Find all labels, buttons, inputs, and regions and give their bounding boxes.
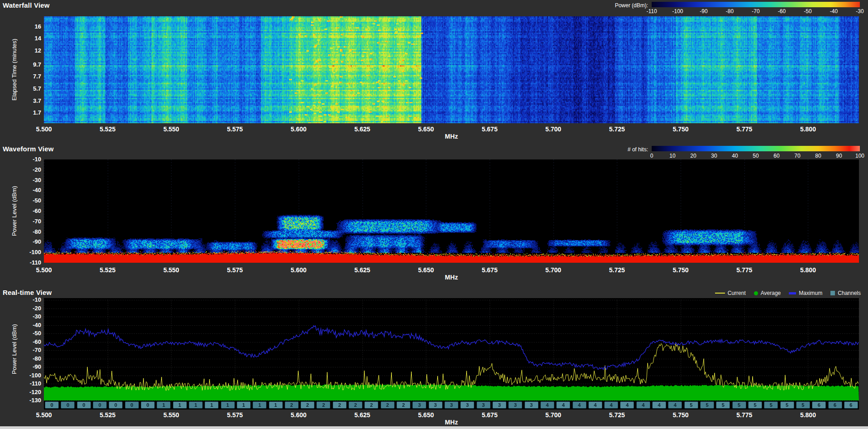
channel-box[interactable]: 1 bbox=[173, 401, 187, 409]
x-tick-label: 5.500 bbox=[30, 125, 57, 133]
channel-box[interactable]: 6 bbox=[812, 401, 826, 409]
y-tick-label: -50 bbox=[20, 197, 41, 204]
power-colorbar-label: Power (dBm): bbox=[580, 2, 648, 9]
channel-box[interactable]: 4 bbox=[572, 401, 587, 409]
colorbar-tick-label: -70 bbox=[746, 8, 766, 14]
channel-box[interactable]: 5 bbox=[796, 401, 810, 409]
channel-box[interactable]: 3 bbox=[477, 401, 491, 409]
y-tick-label: -40 bbox=[20, 187, 41, 193]
x-tick-label: 5.650 bbox=[412, 411, 439, 419]
channel-box[interactable]: 2 bbox=[396, 401, 410, 409]
colorbar-tick-label: -110 bbox=[642, 8, 662, 14]
colorbar-tick-label: 60 bbox=[767, 153, 787, 159]
channel-box[interactable]: 2 bbox=[333, 401, 347, 409]
channel-box[interactable]: 5 bbox=[780, 401, 794, 409]
y-tick-label: -60 bbox=[20, 338, 41, 345]
channel-box[interactable]: 5 bbox=[684, 401, 698, 409]
channel-box[interactable]: 6 bbox=[844, 401, 858, 409]
colorbar-tick-label: -40 bbox=[824, 8, 844, 14]
channel-box[interactable]: 1 bbox=[157, 401, 171, 409]
x-tick-label: 5.625 bbox=[349, 266, 376, 274]
legend-item-average: Average bbox=[754, 290, 781, 296]
channel-box[interactable]: 4 bbox=[588, 401, 602, 409]
channel-box[interactable]: 1 bbox=[205, 401, 219, 409]
y-tick-label: -110 bbox=[20, 259, 41, 266]
channel-box[interactable]: 6 bbox=[828, 401, 842, 409]
power-colorbar-gradient bbox=[652, 2, 860, 7]
x-tick-label: 5.525 bbox=[94, 125, 121, 133]
channel-box[interactable]: 4 bbox=[620, 401, 634, 409]
channel-box[interactable]: 1 bbox=[269, 401, 283, 409]
channel-box[interactable]: 0 bbox=[109, 401, 123, 409]
waveform-ylabel: Power Level (dBm) bbox=[10, 159, 18, 263]
window-bottom-edge bbox=[0, 426, 868, 429]
channel-box[interactable]: 3 bbox=[492, 401, 506, 409]
channel-box[interactable]: 3 bbox=[429, 401, 443, 409]
channel-box[interactable]: 3 bbox=[444, 401, 458, 409]
colorbar-tick-label: 100 bbox=[850, 153, 868, 159]
legend-item-maximum: Maximum bbox=[789, 290, 822, 296]
waveform-plot[interactable] bbox=[44, 159, 859, 263]
colorbar-tick-label: 40 bbox=[725, 153, 745, 159]
legend-label: Current bbox=[728, 290, 746, 296]
y-tick-label: -50 bbox=[20, 330, 41, 337]
channel-box[interactable]: 4 bbox=[556, 401, 570, 409]
channel-box[interactable]: 2 bbox=[285, 401, 299, 409]
channel-box[interactable]: 1 bbox=[253, 401, 267, 409]
channel-box[interactable]: 3 bbox=[460, 401, 474, 409]
legend-label: Maximum bbox=[799, 290, 822, 296]
channel-box[interactable]: 1 bbox=[189, 401, 203, 409]
channel-box[interactable]: 4 bbox=[652, 401, 666, 409]
x-tick-label: 5.525 bbox=[94, 411, 121, 419]
channel-box[interactable]: 2 bbox=[381, 401, 395, 409]
y-tick-label: -30 bbox=[20, 313, 41, 320]
colorbar-tick-label: 70 bbox=[787, 153, 807, 159]
channel-box[interactable]: 0 bbox=[45, 401, 59, 409]
x-tick-label: 5.750 bbox=[667, 266, 694, 274]
x-tick-label: 5.725 bbox=[603, 411, 630, 419]
x-tick-label: 5.575 bbox=[221, 125, 248, 133]
channel-box[interactable]: 5 bbox=[732, 401, 746, 409]
channel-box[interactable]: 3 bbox=[508, 401, 522, 409]
channel-box[interactable]: 4 bbox=[540, 401, 554, 409]
channel-box[interactable]: 4 bbox=[604, 401, 618, 409]
channel-box[interactable]: 0 bbox=[77, 401, 91, 409]
channel-box[interactable]: 1 bbox=[237, 401, 251, 409]
realtime-plot[interactable] bbox=[44, 298, 859, 410]
channel-box[interactable]: 5 bbox=[764, 401, 778, 409]
waterfall-plot[interactable] bbox=[44, 16, 859, 123]
channel-box[interactable]: 2 bbox=[364, 401, 378, 409]
x-tick-label: 5.700 bbox=[540, 411, 567, 419]
channel-box[interactable]: 3 bbox=[412, 401, 426, 409]
x-tick-label: 5.650 bbox=[412, 125, 439, 133]
channel-box[interactable]: 0 bbox=[141, 401, 155, 409]
channel-box[interactable]: 3 bbox=[525, 401, 539, 409]
channel-box[interactable]: 5 bbox=[700, 401, 714, 409]
channel-box[interactable]: 2 bbox=[300, 401, 315, 409]
y-tick-label: -120 bbox=[20, 389, 41, 395]
x-tick-label: 5.525 bbox=[94, 266, 121, 274]
x-tick-label: 5.800 bbox=[794, 266, 821, 274]
current-swatch-icon bbox=[715, 293, 725, 294]
channel-box[interactable]: 4 bbox=[636, 401, 650, 409]
x-tick-label: 5.600 bbox=[285, 125, 312, 133]
legend-item-current: Current bbox=[715, 290, 746, 296]
y-tick-label: -60 bbox=[20, 207, 41, 214]
channel-box[interactable]: 2 bbox=[348, 401, 362, 409]
y-tick-label: -70 bbox=[20, 347, 41, 353]
colorbar-tick-label: -80 bbox=[720, 8, 740, 14]
y-tick-label: 3.7 bbox=[20, 97, 41, 104]
channel-box[interactable]: 0 bbox=[61, 401, 75, 409]
channel-box[interactable]: 5 bbox=[748, 401, 762, 409]
channel-box[interactable]: 2 bbox=[316, 401, 330, 409]
channel-box[interactable]: 4 bbox=[668, 401, 682, 409]
x-tick-label: 5.775 bbox=[731, 411, 758, 419]
channel-box[interactable]: 0 bbox=[125, 401, 139, 409]
channel-box[interactable]: 0 bbox=[93, 401, 107, 409]
hits-colorbar-gradient bbox=[652, 146, 860, 151]
x-tick-label: 5.675 bbox=[476, 125, 503, 133]
channel-box[interactable]: 1 bbox=[221, 401, 235, 409]
channel-box[interactable]: 5 bbox=[716, 401, 730, 409]
x-tick-label: 5.800 bbox=[794, 411, 821, 419]
x-tick-label: 5.550 bbox=[157, 125, 185, 133]
